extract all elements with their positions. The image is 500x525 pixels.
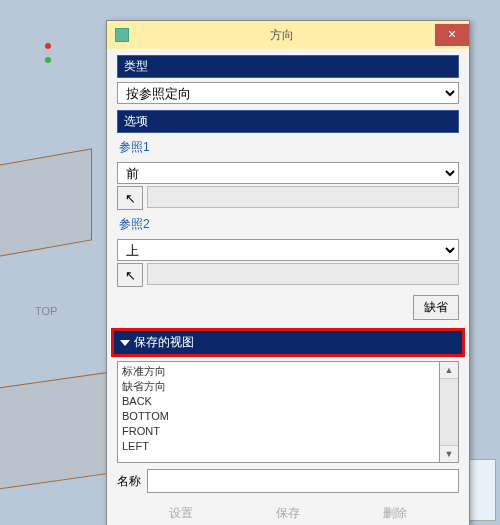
options-header: 选项 bbox=[117, 110, 459, 133]
list-item[interactable]: FRONT bbox=[122, 424, 435, 439]
close-button[interactable]: × bbox=[435, 24, 469, 46]
type-select[interactable]: 按参照定向 bbox=[117, 82, 459, 104]
orientation-dialog: 方向 × 类型 按参照定向 选项 参照1 前 ↖ 参照2 上 ↖ 缺省 保存的视… bbox=[106, 20, 470, 525]
save-button: 保存 bbox=[253, 501, 323, 525]
highlight-annotation: 保存的视图 bbox=[111, 328, 465, 357]
saved-views-header[interactable]: 保存的视图 bbox=[114, 331, 462, 354]
name-input[interactable] bbox=[147, 469, 459, 493]
list-item[interactable]: LEFT bbox=[122, 439, 435, 454]
ref2-label: 参照2 bbox=[119, 216, 459, 233]
ref2-pick-button[interactable]: ↖ bbox=[117, 263, 143, 287]
dialog-title: 方向 bbox=[129, 27, 435, 44]
saved-views-label: 保存的视图 bbox=[134, 334, 194, 351]
ref1-input[interactable] bbox=[147, 186, 459, 208]
titlebar[interactable]: 方向 × bbox=[107, 21, 469, 49]
scroll-up-icon[interactable]: ▲ bbox=[440, 362, 458, 379]
ref1-select[interactable]: 前 bbox=[117, 162, 459, 184]
bg-3d-shape-1 bbox=[0, 148, 92, 263]
ref1-label: 参照1 bbox=[119, 139, 459, 156]
delete-button: 删除 bbox=[360, 501, 430, 525]
cursor-icon: ↖ bbox=[125, 268, 136, 283]
traffic-light-icon bbox=[45, 38, 57, 50]
type-header: 类型 bbox=[117, 55, 459, 78]
name-label: 名称 bbox=[117, 473, 141, 490]
list-item[interactable]: BACK bbox=[122, 394, 435, 409]
default-button[interactable]: 缺省 bbox=[413, 295, 459, 320]
list-item[interactable]: BOTTOM bbox=[122, 409, 435, 424]
list-item[interactable]: 缺省方向 bbox=[122, 379, 435, 394]
saved-views-list[interactable]: 标准方向 缺省方向 BACK BOTTOM FRONT LEFT bbox=[117, 361, 440, 463]
ref1-pick-button[interactable]: ↖ bbox=[117, 186, 143, 210]
ref2-select[interactable]: 上 bbox=[117, 239, 459, 261]
set-button: 设置 bbox=[146, 501, 216, 525]
list-item[interactable]: 标准方向 bbox=[122, 364, 435, 379]
dialog-icon bbox=[115, 28, 129, 42]
list-scrollbar[interactable]: ▲ ▼ bbox=[440, 361, 459, 463]
cursor-icon: ↖ bbox=[125, 191, 136, 206]
ref2-input[interactable] bbox=[147, 263, 459, 285]
scroll-down-icon[interactable]: ▼ bbox=[440, 445, 458, 462]
collapse-triangle-icon bbox=[120, 340, 130, 346]
viewport-top-label: TOP bbox=[35, 305, 57, 317]
